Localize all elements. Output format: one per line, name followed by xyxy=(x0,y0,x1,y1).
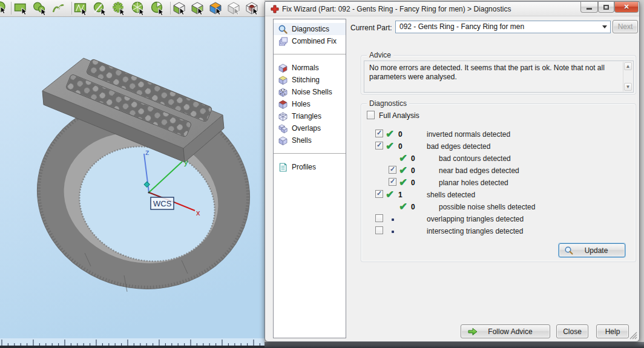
help-button[interactable]: Help xyxy=(596,324,629,338)
tool-mark-window-triangles-icon[interactable] xyxy=(73,1,89,16)
sidebar-item-normals[interactable]: Normals xyxy=(274,62,346,74)
diagnostic-row: overlapping triangles detected xyxy=(361,213,636,225)
row-checkbox[interactable] xyxy=(375,190,383,198)
diagnostic-row: ✔ 0 bad edges detected xyxy=(361,140,636,153)
chevron-down-icon xyxy=(602,25,607,28)
ok-check-icon: ✔ xyxy=(399,165,407,176)
next-button[interactable]: Next xyxy=(613,20,638,33)
tool-mark-shell-cube-icon[interactable] xyxy=(208,1,224,16)
update-button[interactable]: Update xyxy=(559,243,625,257)
document-icon xyxy=(278,162,288,172)
advice-scrollbar[interactable]: ▲ ▼ xyxy=(623,62,632,91)
toolbar-separator xyxy=(11,2,12,15)
idle-dot-icon xyxy=(392,218,394,221)
row-checkbox[interactable] xyxy=(375,226,383,234)
diagnostics-group-label: Diagnostics xyxy=(367,99,409,108)
fix-wizard-cross-icon xyxy=(271,5,279,13)
follow-advice-button[interactable]: Follow Advice xyxy=(461,324,550,338)
dialog-title: Fix Wizard (Part: 092 - Gents Ring - Fan… xyxy=(282,2,511,16)
toolbar-separator xyxy=(71,2,72,15)
diagnostic-row: ✔ 0 bad contours detected xyxy=(361,153,636,165)
scroll-up-icon[interactable]: ▲ xyxy=(624,62,632,70)
axis-x-label: x xyxy=(196,208,200,217)
diagnostic-row: ✔ 0 planar holes detected xyxy=(361,177,636,189)
tool-mark-freeform-icon[interactable] xyxy=(51,1,67,16)
fix-wizard-dialog: Fix Wizard (Part: 092 - Gents Ring - Fan… xyxy=(264,1,640,342)
tool-unmark-cube-icon[interactable] xyxy=(226,1,242,16)
tool-marked-partial-icon[interactable] xyxy=(0,1,8,16)
cubes-overlapping-icon xyxy=(278,123,288,134)
diagnostics-group: Diagnostics Full Analysis ✔ 0 inverted n… xyxy=(361,103,636,262)
row-checkbox[interactable] xyxy=(375,214,383,222)
sidebar-item-combined-fix[interactable]: Combined Fix xyxy=(274,35,346,47)
axis-z-label: z xyxy=(145,148,150,157)
row-checkbox[interactable] xyxy=(389,178,396,186)
ok-check-icon: ✔ xyxy=(399,153,407,164)
row-checkbox[interactable] xyxy=(375,142,383,149)
tool-mark-circle-icon[interactable] xyxy=(130,1,146,16)
ok-check-icon: ✔ xyxy=(399,202,407,212)
sidebar-separator xyxy=(274,153,346,154)
viewport-ruler xyxy=(0,338,264,348)
sidebar-item-overlaps[interactable]: Overlaps xyxy=(274,122,346,134)
ok-check-icon: ✔ xyxy=(399,177,407,188)
toolbar-separator xyxy=(170,2,171,15)
tool-mark-brush-icon[interactable] xyxy=(92,1,108,16)
scroll-down-icon[interactable]: ▼ xyxy=(624,83,632,91)
wcs-label: WCS xyxy=(151,197,174,209)
sidebar-item-profiles[interactable]: Profiles xyxy=(274,161,346,173)
sidebar-item-diagnostics[interactable]: Diagnostics xyxy=(274,23,346,35)
maximize-button[interactable] xyxy=(598,2,614,13)
screen-bottom-band xyxy=(264,342,644,348)
diagnostic-row: ✔ 0 inverted normals detected xyxy=(361,128,636,140)
cube-wireframe-icon xyxy=(278,111,288,122)
current-part-value: 092 - Gents Ring - Fancy Ring for men xyxy=(399,22,524,31)
idle-dot-icon xyxy=(392,231,394,233)
screen-right-strip xyxy=(639,0,644,348)
tool-mark-plane-cube-icon[interactable] xyxy=(172,1,188,16)
sidebar-item-stitching[interactable]: Stitching xyxy=(274,74,346,86)
tool-mark-point-sphere-icon[interactable] xyxy=(245,1,260,16)
resize-grip[interactable] xyxy=(629,332,637,340)
tool-mark-sector-icon[interactable] xyxy=(150,1,165,16)
sidebar-item-noise-shells[interactable]: Noise Shells xyxy=(274,86,346,98)
sidebar-item-holes[interactable]: Holes xyxy=(274,98,346,110)
axis-y-label: y xyxy=(184,157,188,166)
cube-plain-icon xyxy=(278,136,288,146)
green-arrow-icon xyxy=(467,326,478,337)
tool-mark-ellipse-icon[interactable] xyxy=(32,1,48,16)
sidebar-item-shells[interactable]: Shells xyxy=(274,134,346,146)
full-analysis-checkbox[interactable] xyxy=(367,111,375,119)
screen: z y x WCS Fix Wizard (Part: 092 - Gents … xyxy=(0,0,644,348)
current-part-dropdown[interactable]: 092 - Gents Ring - Fancy Ring for men xyxy=(395,21,611,33)
cube-speckled-icon xyxy=(278,87,288,97)
close-icon: ✕ xyxy=(623,3,629,11)
advice-group: Advice No more errors are detected. It s… xyxy=(361,55,636,94)
maximize-icon xyxy=(603,5,609,10)
row-checkbox[interactable] xyxy=(375,130,383,137)
full-analysis-label: Full Analysis xyxy=(379,111,419,120)
minimize-button[interactable] xyxy=(580,2,598,13)
diagnostic-row: intersecting triangles detected xyxy=(361,225,636,237)
layers-icon xyxy=(278,36,288,47)
magnifier-icon xyxy=(278,24,288,34)
cube-yellow-top-icon xyxy=(278,75,288,85)
sidebar-item-triangles[interactable]: Triangles xyxy=(274,110,346,122)
dialog-titlebar[interactable]: Fix Wizard (Part: 092 - Gents Ring - Fan… xyxy=(265,2,639,16)
diagnostic-row: ✔ 1 shells detected xyxy=(361,189,636,201)
3d-viewport[interactable]: z y x WCS xyxy=(0,17,264,348)
tool-mark-star-icon[interactable] xyxy=(111,1,126,16)
current-part-label: Current Part: xyxy=(350,24,392,32)
tool-mark-surface-cube-icon[interactable] xyxy=(190,1,206,16)
magnifier-icon xyxy=(564,246,574,255)
ok-check-icon: ✔ xyxy=(386,189,394,200)
cube-red-face-icon xyxy=(278,63,288,73)
close-button[interactable]: Close xyxy=(556,324,588,338)
advice-group-label: Advice xyxy=(367,51,393,59)
row-checkbox[interactable] xyxy=(389,166,396,174)
close-window-button[interactable]: ✕ xyxy=(614,2,639,13)
marking-toolbar xyxy=(0,0,264,17)
ok-check-icon: ✔ xyxy=(386,141,394,152)
tool-mark-rectangle-icon[interactable] xyxy=(13,1,29,16)
advice-textbox: No more errors are detected. It seems th… xyxy=(364,61,634,93)
